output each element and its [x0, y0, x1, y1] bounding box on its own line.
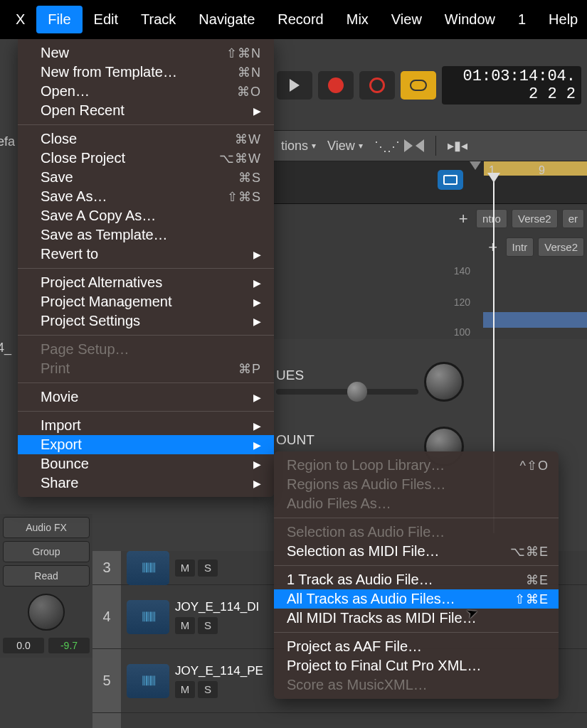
solo-button[interactable]: S	[198, 560, 218, 577]
menubar-edit[interactable]: Edit	[83, 6, 129, 33]
menubar-navigate[interactable]: Navigate	[187, 6, 266, 33]
menu-open[interactable]: Open…⌘O	[18, 82, 274, 101]
tempo-140: 140	[454, 265, 470, 277]
menu-movie[interactable]: Movie▶	[18, 387, 274, 407]
menu-save-as[interactable]: Save As…⇧⌘S	[18, 187, 274, 206]
menu-page-setup: Page Setup…	[18, 340, 274, 359]
menu-import[interactable]: Import▶	[18, 416, 274, 435]
pan-value[interactable]: 0.0	[3, 638, 44, 653]
menubar-1[interactable]: 1	[507, 6, 537, 33]
menu-close-project[interactable]: Close Project⌥⌘W	[18, 149, 274, 168]
menu-new-from-template[interactable]: New from Template…⌘N	[18, 63, 274, 82]
gain-value[interactable]: -9.7	[48, 638, 90, 653]
menubar-window[interactable]: Window	[433, 6, 507, 33]
add-marker-button[interactable]: +	[455, 210, 472, 227]
submenu-arrow-icon: ▶	[253, 249, 261, 260]
menubar-app[interactable]: X	[4, 6, 36, 33]
menu-save-copy-as[interactable]: Save A Copy As…	[18, 206, 274, 225]
tracks-toolbar: tions ▾ View ▾ ⋱⋰ ▸▮◂	[274, 130, 587, 161]
track-audio-icon: ⦀⦀⦀	[127, 664, 169, 698]
automation-mode[interactable]: Read	[3, 565, 90, 587]
audio-fx-slot[interactable]: Audio FX	[3, 517, 90, 538]
timeline-ruler[interactable]: 1 9	[274, 161, 587, 204]
solo-button[interactable]: S	[198, 681, 218, 698]
track-number: 4	[92, 585, 121, 648]
section-ues-label: UES	[276, 368, 304, 383]
menubar-file[interactable]: File	[36, 6, 82, 33]
pan-knob[interactable]	[28, 594, 65, 631]
view-dropdown[interactable]: View ▾	[327, 139, 363, 154]
menu-share[interactable]: Share▶	[18, 473, 274, 493]
menu-save-as-template[interactable]: Save as Template…	[18, 225, 274, 245]
menu-open-recent[interactable]: Open Recent▶	[18, 101, 274, 120]
menu-regions-as-audio-files: Regions as Audio Files…	[274, 475, 559, 494]
record-capture-button[interactable]	[359, 71, 395, 100]
track-row[interactable]: 6 ⦀⦀⦀ JOY_E_114_AC M S	[92, 713, 587, 728]
submenu-arrow-icon: ▶	[253, 392, 261, 403]
menubar-mix[interactable]: Mix	[335, 6, 380, 33]
submenu-arrow-icon: ▶	[253, 439, 261, 451]
submenu-arrow-icon: ▶	[253, 105, 261, 117]
ues-slider[interactable]	[276, 389, 418, 395]
menubar-help[interactable]: Help	[537, 6, 587, 33]
waveform-icon: ⦀⦀⦀	[142, 609, 154, 625]
menu-new[interactable]: New⇧⌘N	[18, 43, 274, 63]
region-er[interactable]: er	[562, 209, 584, 228]
record-button[interactable]	[318, 71, 354, 100]
menu-project-alternatives[interactable]: Project Alternatives▶	[18, 273, 274, 292]
mute-button[interactable]: M	[175, 617, 195, 634]
menu-project-settings[interactable]: Project Settings▶	[18, 311, 274, 331]
menubar-record[interactable]: Record	[266, 6, 334, 33]
track-name: JOY_E_114_PE	[175, 664, 263, 678]
chevron-down-icon: ▾	[359, 141, 363, 151]
menu-all-tracks-as-audio-files[interactable]: All Tracks as Audio Files…⇧⌘E	[274, 589, 559, 609]
ues-knob[interactable]	[424, 362, 464, 402]
waveform-icon: ⦀⦀⦀	[142, 673, 154, 689]
menu-print: Print⌘P	[18, 359, 274, 378]
menu-all-midi-tracks-as-midi-file[interactable]: All MIDI Tracks as MIDI File…	[274, 609, 559, 628]
menu-revert-to[interactable]: Revert to▶	[18, 245, 274, 264]
menu-project-to-fcp-xml[interactable]: Project to Final Cut Pro XML…	[274, 656, 559, 675]
tempo-region[interactable]	[483, 312, 587, 328]
menu-1-track-as-audio-file[interactable]: 1 Track as Audio File…⌘E	[274, 570, 559, 589]
menu-selection-as-midi-file[interactable]: Selection as MIDI File…⌥⌘E	[274, 542, 559, 561]
section-ount-label: OUNT	[276, 432, 314, 448]
region-verse2b[interactable]: Verse2	[538, 237, 584, 257]
cycle-icon	[410, 80, 427, 91]
automation-icon: ⋱⋰	[374, 139, 393, 153]
slider-thumb[interactable]	[347, 382, 367, 402]
menu-save[interactable]: Save⌘S	[18, 168, 274, 187]
arrangement-row-1: + ntro Verse2 er	[274, 204, 587, 232]
arrange-area: 1 9 + ntro Verse2 er + Intr Verse2 140 1…	[274, 161, 587, 339]
tempo-lane[interactable]: 140 120 100	[274, 261, 587, 339]
menu-bounce[interactable]: Bounce▶	[18, 454, 274, 473]
solo-button[interactable]: S	[198, 617, 218, 634]
mute-button[interactable]: M	[175, 681, 195, 698]
region-verse2[interactable]: Verse2	[512, 209, 558, 228]
cycle-button[interactable]	[401, 71, 436, 100]
marquee-icon	[443, 175, 458, 185]
menu-project-as-aaf-file[interactable]: Project as AAF File…	[274, 637, 559, 656]
menu-project-management[interactable]: Project Management▶	[18, 292, 274, 311]
partial-left-label: efa	[0, 134, 15, 149]
track-number: 5	[92, 649, 121, 712]
menubar-view[interactable]: View	[380, 6, 433, 33]
group-slot[interactable]: Group	[3, 541, 90, 562]
functions-dropdown[interactable]: tions ▾	[281, 139, 316, 154]
region-intr[interactable]: Intr	[506, 237, 534, 257]
catch-icon: ▸▮◂	[448, 138, 467, 154]
menu-export[interactable]: Export▶	[18, 435, 274, 454]
menu-score-as-musicxml: Score as MusicXML…	[274, 675, 559, 695]
tempo-120: 120	[454, 296, 470, 308]
menu-close[interactable]: Close⌘W	[18, 129, 274, 149]
mute-button[interactable]: M	[175, 560, 195, 577]
catch-tool[interactable]: ▸▮◂	[448, 138, 467, 154]
play-button[interactable]	[277, 71, 312, 100]
marquee-view-button[interactable]	[438, 170, 463, 190]
timecode-display[interactable]: 01:03:14:04. 2 2 2	[442, 66, 581, 105]
automation-tool[interactable]: ⋱⋰	[374, 139, 393, 153]
flex-tool[interactable]	[404, 139, 424, 152]
flex-icon	[404, 139, 424, 152]
menubar-track[interactable]: Track	[129, 6, 187, 33]
region-intro[interactable]: ntro	[476, 209, 507, 228]
